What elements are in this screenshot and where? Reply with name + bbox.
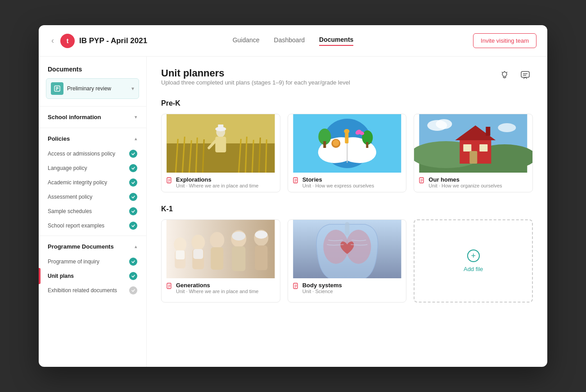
unit-card-sub-generations: Unit · Where we are in place and time [176,289,258,294]
prelim-text: Preliminary review [67,85,111,92]
divider-3 [39,236,146,236]
card-image-generations [162,220,280,278]
check-icon-unit-plans [129,272,137,280]
sidebar-item-academic-integrity[interactable]: Academic integrity policy [39,175,146,190]
page-header: Unit planners Upload three completed uni… [161,67,533,97]
divider-1 [39,106,146,107]
card-image-stories [288,114,406,173]
sidebar-item-exhibition[interactable]: Exhibition related documents [39,283,146,298]
section-programme-documents[interactable]: Programme Documents ▴ [39,239,146,254]
check-icon-language [129,164,137,172]
unit-file-icon-stories [293,177,299,185]
unit-card-name-homes: Our homes [428,176,502,183]
unit-card-body-generations: Generations Unit · Where we are in place… [162,278,280,298]
header-left: ‹ t IB PYP - April 2021 [50,34,233,48]
svg-rect-39 [345,132,348,143]
app-window: ‹ t IB PYP - April 2021 Guidance Dashboa… [39,25,547,367]
sidebar-item-programme-inquiry[interactable]: Programme of inquiry [39,254,146,269]
svg-point-74 [191,235,205,250]
svg-rect-83 [255,245,267,270]
page-subtitle: Upload three completed unit plans (stage… [161,79,350,86]
sidebar-item-sample-schedules[interactable]: Sample schedules [39,204,146,218]
sidebar-item-label: Sample schedules [48,208,92,214]
svg-point-76 [210,232,224,248]
unit-card-body: Explorations Unit · Where we are in plac… [162,173,280,192]
unit-card-info-generations: Generations Unit · Where we are in place… [176,282,258,294]
section-policies-label: Policies [48,135,70,142]
header-icons [497,67,533,83]
svg-rect-80 [232,246,245,271]
sidebar-item-unit-plans[interactable]: Unit plans [39,269,146,283]
unit-card-sub-body-systems: Unit · Science [302,289,342,294]
section-policies[interactable]: Policies ▴ [39,131,146,147]
check-icon-report [129,222,137,230]
sidebar-item-label: Academic integrity policy [48,179,107,186]
section-school-information[interactable]: School information ▾ [39,109,146,125]
app-title: IB PYP - April 2021 [79,36,147,45]
unit-card-body-systems[interactable]: Body systems Unit · Science [288,219,407,303]
back-button[interactable]: ‹ [50,34,56,47]
svg-rect-77 [211,247,223,270]
unit-card-name-body-systems: Body systems [302,282,342,289]
unit-card-body: Stories Unit · How we express ourselves [288,173,406,192]
grade-label-prek: Pre-K [161,99,533,107]
sidebar-item-access-admissions[interactable]: Access or admissions policy [39,147,146,161]
prelim-icon [51,82,63,95]
sidebar-title: Documents [39,66,146,78]
comment-icon-button[interactable] [518,67,533,83]
svg-point-40 [344,129,349,134]
check-icon-access [129,150,137,158]
unit-card-info: Explorations Unit · Where we are in plac… [176,176,258,188]
sidebar-item-label: Language policy [48,165,87,171]
unit-card-generations[interactable]: Generations Unit · Where we are in place… [161,219,280,303]
app-icon: t [60,34,75,48]
unit-card-name-stories: Stories [302,176,374,183]
nav-dashboard[interactable]: Dashboard [274,36,305,45]
sidebar: Documents Preliminary review ▾ School in… [39,57,147,367]
svg-point-42 [333,140,339,146]
preliminary-review-badge[interactable]: Preliminary review ▾ [46,78,139,99]
add-file-plus-icon: + [467,249,480,262]
sidebar-item-label: Exhibition related documents [48,287,117,294]
svg-line-24 [266,139,266,173]
svg-rect-61 [470,151,478,164]
svg-rect-60 [480,144,488,151]
unit-card-sub: Unit · Where we are in place and time [176,183,258,188]
header: ‹ t IB PYP - April 2021 Guidance Dashboa… [39,25,547,57]
check-icon-schedules [129,207,137,215]
header-nav: Guidance Dashboard Documents [233,36,354,46]
nav-guidance[interactable]: Guidance [233,36,260,45]
sidebar-item-label: Programme of inquiry [48,258,99,265]
svg-rect-62 [486,127,491,136]
cards-grid-prek: Explorations Unit · Where we are in plac… [161,114,533,192]
check-icon-inquiry [129,258,137,266]
check-icon-assessment [129,193,137,201]
add-file-card[interactable]: + Add file [414,219,533,303]
svg-rect-9 [521,71,529,77]
unit-card-our-homes[interactable]: Our homes Unit · How we organize ourselv… [414,114,533,192]
sidebar-item-assessment-policy[interactable]: Assessment policy [39,190,146,204]
unit-card-explorations[interactable]: Explorations Unit · Where we are in plac… [161,114,280,192]
svg-point-82 [255,231,267,239]
unit-card-stories[interactable]: Stories Unit · How we express ourselves [288,114,407,192]
grade-section-prek: Pre-K [161,99,533,192]
lightbulb-icon-button[interactable] [497,67,512,83]
svg-point-65 [498,123,516,132]
svg-point-72 [174,237,186,252]
sidebar-item-language-policy[interactable]: Language policy [39,161,146,175]
invite-visiting-team-button[interactable]: Invite visiting team [473,33,536,48]
svg-line-7 [507,72,508,73]
prelim-arrow-icon: ▾ [131,85,134,92]
svg-rect-94 [345,222,349,236]
sidebar-item-label: Unit plans [48,273,74,279]
section-school-label: School information [48,114,101,120]
nav-documents[interactable]: Documents [319,36,353,46]
sidebar-item-school-report[interactable]: School report examples [39,218,146,233]
card-image-explorations [162,114,280,173]
main-content: Unit planners Upload three completed uni… [147,57,547,367]
svg-rect-59 [464,144,472,151]
svg-rect-44 [323,141,326,148]
unit-card-info-homes: Our homes Unit · How we organize ourselv… [428,176,502,188]
unit-card-name-generations: Generations [176,282,258,289]
grade-section-k1: K-1 [161,205,533,303]
